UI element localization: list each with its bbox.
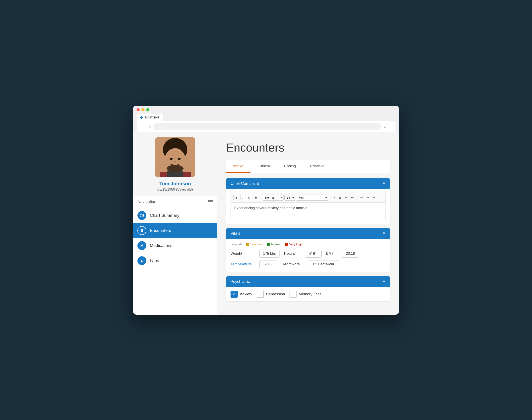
rxnt-logo-icon: ✚ [140, 115, 143, 120]
vitals-body: Legends Very Low Normal Very High [226, 239, 390, 272]
patient-photo-area: Tom Johnson 05/13/1989 (33yrs old) [133, 132, 217, 196]
psychiatric-chevron-icon: ▼ [382, 280, 386, 284]
depression-checkbox[interactable] [257, 291, 264, 298]
chief-complaint-header[interactable]: Chief Complaint ▼ [226, 178, 390, 189]
underline-button[interactable]: U [246, 195, 252, 200]
medications-icon: M [138, 241, 146, 250]
vitals-section: Vitals ▼ Legends Very Low Normal [226, 228, 390, 272]
very-high-label: Very High [289, 242, 303, 246]
labs-label: Labs [150, 258, 159, 263]
encounters-icon: E [138, 226, 146, 235]
nav-header: Navigation [133, 196, 217, 208]
style-select[interactable]: Normal Heading 1 Heading 2 [263, 195, 283, 201]
weight-value[interactable]: 175 Lbs [259, 250, 280, 258]
italic-button[interactable]: I [240, 195, 245, 200]
vitals-row-1: Weight 175 Lbs Height 5' 8" BMI 20.18 [231, 250, 386, 258]
chief-complaint-chevron-icon: ▼ [382, 181, 386, 185]
outdent-button[interactable]: ⇤ [350, 195, 355, 200]
height-label: Height [284, 251, 299, 256]
tab-intake[interactable]: Intake [226, 160, 251, 173]
bold-button[interactable]: B [233, 195, 239, 200]
bmi-label: BMI [326, 251, 337, 256]
bmi-value[interactable]: 20.18 [342, 250, 359, 258]
anxiety-checkbox-item: ✓ Anxiety [231, 291, 252, 298]
nav-title: Navigation [138, 199, 156, 204]
tab-bar: ✚ RXNT EHR + [137, 114, 395, 121]
nav-items: CS Chart Summary E Encounters M Medicati… [133, 208, 217, 268]
memory-loss-checkbox-item: Memory Loss [290, 291, 322, 298]
browser-nav-buttons: ←→ ⌂ [140, 125, 151, 128]
height-value[interactable]: 5' 8" [304, 250, 322, 258]
temperature-value[interactable]: 98 F [259, 260, 277, 268]
minimize-button[interactable] [141, 108, 144, 111]
edit-icon-button[interactable]: ✏ [359, 195, 364, 200]
very-low-dot [246, 243, 249, 246]
rte-divider-1 [261, 195, 261, 200]
numbered-list-button[interactable]: ≣ [337, 195, 343, 200]
tab-coding[interactable]: Coding [277, 160, 303, 173]
back-button[interactable]: ←→ [140, 125, 146, 128]
bullet-list-button[interactable]: ≡ [332, 195, 336, 200]
svg-point-5 [169, 158, 173, 160]
browser-window: ✚ RXNT EHR + ←→ ⌂ ☆ ⋮ [133, 105, 399, 315]
memory-loss-label: Memory Loss [299, 292, 322, 296]
legend-normal: Normal [267, 242, 281, 246]
anxiety-checkbox[interactable]: ✓ [231, 291, 238, 298]
browser-chrome: ✚ RXNT EHR + ←→ ⌂ ☆ ⋮ [133, 105, 399, 132]
rte-toolbar: B I U S Normal Heading 1 Heading 2 16 12 [231, 193, 386, 202]
close-button[interactable] [137, 108, 140, 111]
temperature-label: Temperature [231, 262, 255, 267]
rte-divider-3 [357, 195, 357, 200]
home-button[interactable]: ⌂ [149, 125, 151, 128]
font-size-select[interactable]: 16 12 14 18 [284, 195, 295, 201]
svg-point-6 [178, 158, 181, 160]
sidebar-item-medications[interactable]: M Medications [133, 238, 217, 253]
indent-button[interactable]: ⇥ [344, 195, 349, 200]
vitals-row-2: Temperature 98 F Heart Rate 65 Beats/Min [231, 260, 386, 268]
chart-summary-icon: CS [138, 211, 146, 220]
legend-very-high: Very High [285, 242, 303, 246]
chart-summary-label: Chart Summary [150, 213, 179, 218]
vitals-header[interactable]: Vitals ▼ [226, 228, 390, 239]
legends-row: Legends Very Low Normal Very High [231, 242, 386, 246]
rte-divider-2 [330, 195, 330, 200]
sidebar: Tom Johnson 05/13/1989 (33yrs old) Navig… [133, 132, 217, 315]
depression-checkbox-item: Depression [257, 291, 285, 298]
chief-complaint-title: Chief Complaint [231, 181, 259, 186]
bookmark-icon[interactable]: ☆ [383, 124, 387, 129]
heart-rate-value[interactable]: 65 Beats/Min [308, 260, 339, 268]
undo-button[interactable]: ↩ [365, 195, 370, 200]
tabs-row: Intake Clinical Coding Preview [226, 160, 390, 173]
sidebar-item-chart-summary[interactable]: CS Chart Summary [133, 208, 217, 223]
browser-body: Tom Johnson 05/13/1989 (33yrs old) Navig… [133, 132, 399, 315]
menu-icon[interactable]: ⋮ [388, 124, 392, 129]
strikethrough-button[interactable]: S [253, 195, 259, 200]
tab-clinical[interactable]: Clinical [251, 160, 277, 173]
font-select[interactable]: Font Arial Times New Roman [296, 195, 328, 201]
legend-very-low: Very Low [246, 242, 263, 246]
labs-icon: L [138, 256, 146, 265]
svg-point-7 [167, 165, 183, 172]
maximize-button[interactable] [146, 108, 149, 111]
new-tab-button[interactable]: + [164, 115, 170, 121]
tab-title: RXNT EHR [145, 116, 159, 119]
redo-button[interactable]: ↪ [371, 195, 377, 200]
main-content: Encounters Intake Clinical Coding Previe… [217, 132, 399, 315]
weight-label: Weight [231, 251, 255, 256]
sidebar-item-labs[interactable]: L Labs [133, 253, 217, 268]
heart-rate-label: Heart Rate [281, 262, 304, 267]
browser-tab[interactable]: ✚ RXNT EHR [137, 114, 163, 121]
normal-dot [267, 243, 270, 246]
memory-loss-checkbox[interactable] [290, 291, 297, 298]
chief-complaint-content[interactable]: Experiencing severe anxiety and panic at… [231, 202, 386, 220]
psychiatric-section: Psychiatric ▼ ✓ Anxiety Depression [226, 276, 390, 301]
tab-preview[interactable]: Preview [303, 160, 331, 173]
address-bar[interactable] [154, 123, 381, 130]
hamburger-menu[interactable] [208, 200, 213, 203]
psychiatric-grid: ✓ Anxiety Depression Memory Loss [231, 291, 386, 298]
psychiatric-body: ✓ Anxiety Depression Memory Loss [226, 287, 390, 301]
traffic-lights [137, 108, 395, 111]
psychiatric-header[interactable]: Psychiatric ▼ [226, 276, 390, 287]
chief-complaint-section: Chief Complaint ▼ B I U S Normal Heading… [226, 178, 390, 224]
sidebar-item-encounters[interactable]: E Encounters [133, 223, 217, 238]
